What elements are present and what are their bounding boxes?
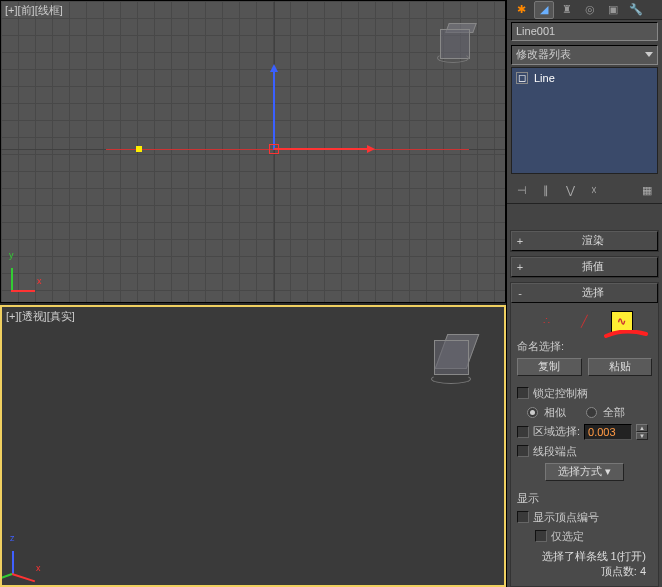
viewport-label-bottom: [+][透视][真实] (6, 309, 75, 324)
only-selected-checkbox[interactable] (535, 530, 547, 542)
viewport-front[interactable]: [+][前][线框] y x (0, 0, 506, 303)
select-mode-button[interactable]: 选择方式 ▾ (545, 463, 624, 481)
viewcube[interactable] (429, 332, 479, 382)
axis-tripod: z x (12, 545, 42, 575)
utilities-tab-icon[interactable]: 🔧 (626, 1, 646, 19)
spline-segment (106, 149, 274, 150)
spline-subobj-icon[interactable]: ∿ (611, 311, 633, 333)
modifier-stack[interactable]: ◻ Line (511, 67, 658, 175)
segment-end-label: 线段端点 (533, 444, 577, 459)
gizmo-z-axis[interactable] (273, 70, 275, 150)
annotation-stroke (604, 330, 648, 338)
similar-label: 相似 (544, 405, 566, 420)
vertex-subobj-icon[interactable]: ∴ (537, 311, 559, 333)
show-vertex-numbers-label: 显示顶点编号 (533, 510, 599, 525)
gizmo-center[interactable] (269, 144, 279, 154)
command-panel: ✱ ◢ ♜ ◎ ▣ 🔧 Line001 修改器列表 ◻ Line ⊣ ∥ ⋁ ☓… (506, 0, 662, 587)
region-select-label: 区域选择: (533, 424, 580, 439)
create-tab-icon[interactable]: ✱ (511, 1, 531, 19)
lock-handles-checkbox[interactable] (517, 387, 529, 399)
similar-radio[interactable] (527, 407, 538, 418)
configure-icon[interactable]: ▦ (638, 182, 656, 200)
all-label: 全部 (603, 405, 625, 420)
panel-tabs: ✱ ◢ ♜ ◎ ▣ 🔧 (507, 0, 662, 20)
show-result-icon[interactable]: ∥ (537, 182, 555, 200)
all-radio[interactable] (586, 407, 597, 418)
show-vertex-numbers-checkbox[interactable] (517, 511, 529, 523)
transform-gizmo[interactable] (274, 149, 275, 150)
rollout-interpolation[interactable]: + 插值 (511, 257, 658, 277)
chevron-down-icon (645, 52, 653, 57)
viewcube[interactable] (435, 21, 475, 61)
lock-handles-label: 锁定控制柄 (533, 386, 588, 401)
pin-stack-icon[interactable]: ⊣ (513, 182, 531, 200)
stack-item-line[interactable]: ◻ Line (514, 70, 655, 86)
viewport-grid (1, 1, 505, 302)
named-selection-label: 命名选择: (517, 339, 564, 354)
region-select-spinner[interactable]: 0.003 (584, 424, 632, 440)
paste-button[interactable]: 粘贴 (588, 358, 653, 376)
remove-modifier-icon[interactable]: ☓ (585, 182, 603, 200)
hierarchy-tab-icon[interactable]: ♜ (557, 1, 577, 19)
spinner-up-icon[interactable]: ▲ (636, 424, 648, 432)
expand-icon[interactable]: ◻ (516, 72, 528, 84)
axis-tripod: y x (11, 262, 41, 292)
only-selected-label: 仅选定 (551, 529, 584, 544)
status-vertex-count: 顶点数: 4 (523, 564, 646, 579)
object-name-field[interactable]: Line001 (511, 22, 658, 41)
stack-item-label: Line (534, 72, 555, 84)
rollout-render[interactable]: + 渲染 (511, 231, 658, 251)
subobject-level-row: ∴ ╱ ∿ (517, 307, 652, 337)
make-unique-icon[interactable]: ⋁ (561, 182, 579, 200)
rollout-selection[interactable]: - 选择 (511, 283, 658, 303)
display-header: 显示 (517, 491, 539, 506)
segment-end-checkbox[interactable] (517, 445, 529, 457)
region-select-checkbox[interactable] (517, 426, 529, 438)
spinner-down-icon[interactable]: ▼ (636, 432, 648, 440)
display-tab-icon[interactable]: ▣ (603, 1, 623, 19)
modifier-list-label: 修改器列表 (516, 47, 571, 62)
vertex-marker[interactable] (136, 146, 142, 152)
stack-controls: ⊣ ∥ ⋁ ☓ ▦ (507, 178, 662, 204)
viewport-perspective[interactable]: [+][透视][真实] (0, 305, 506, 587)
viewport-label-top: [+][前][线框] (5, 3, 63, 18)
segment-subobj-icon[interactable]: ╱ (574, 311, 596, 333)
motion-tab-icon[interactable]: ◎ (580, 1, 600, 19)
modify-tab-icon[interactable]: ◢ (534, 1, 554, 19)
copy-button[interactable]: 复制 (517, 358, 582, 376)
modifier-list-dropdown[interactable]: 修改器列表 (511, 45, 658, 65)
status-selection: 选择了样条线 1(打开) (523, 549, 646, 564)
gizmo-x-axis[interactable] (274, 148, 369, 150)
